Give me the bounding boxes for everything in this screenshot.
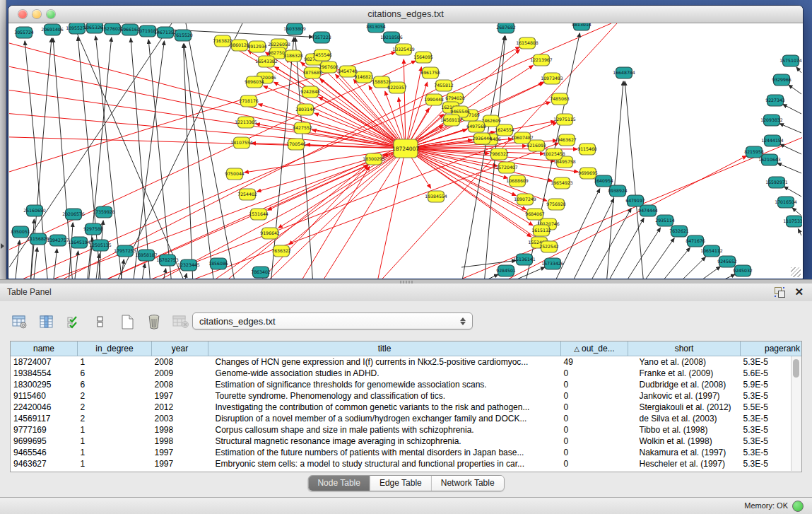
column-header-pagerank[interactable]: pagerank bbox=[741, 341, 803, 356]
cell-year: 2009 bbox=[152, 368, 208, 379]
new-column-button[interactable] bbox=[117, 313, 137, 331]
cell-name: 9465546 bbox=[11, 447, 78, 458]
column-header-name[interactable]: name bbox=[11, 341, 78, 356]
table-mode-button[interactable] bbox=[10, 313, 30, 331]
graph-node-label: 13942757 bbox=[47, 238, 69, 243]
select-all-columns-button[interactable] bbox=[64, 313, 83, 331]
graph-node-label: 12975115 bbox=[553, 117, 576, 122]
table-row[interactable]: 946362711997Embryonic stem cells: a mode… bbox=[11, 458, 802, 469]
panel-collapse-handle-icon[interactable] bbox=[1, 243, 4, 249]
cell-year: 1998 bbox=[152, 436, 208, 447]
attribute-table: namein_degreeyeartitle△out_de...shortpag… bbox=[11, 341, 802, 469]
graph-node-label: 15751074 bbox=[779, 58, 802, 63]
table-row[interactable]: 1938455462009Genome-wide association stu… bbox=[11, 368, 802, 379]
graph-node-label: 7254402 bbox=[237, 192, 257, 197]
table-selector-combobox[interactable]: citations_edges.txt bbox=[192, 313, 473, 329]
graph-node-label: 10025458 bbox=[543, 151, 565, 156]
scrollbar-thumb[interactable] bbox=[793, 359, 799, 378]
graph-node-label: 11156829 bbox=[27, 236, 49, 241]
table-row[interactable]: 969969511998Structural magnetic resonanc… bbox=[11, 436, 802, 447]
network-canvas[interactable]: 1872400730557242069140618955274106532671… bbox=[9, 23, 802, 279]
column-header-indegree[interactable]: in_degree bbox=[78, 341, 152, 356]
cell-outdeg: 0 bbox=[561, 424, 628, 436]
graph-node-label: 17016504 bbox=[775, 199, 797, 204]
graph-node-label: 8471676 bbox=[686, 238, 705, 243]
graph-node-label: 2687682 bbox=[496, 25, 516, 30]
tab-node-table[interactable]: Node Table bbox=[308, 476, 370, 491]
cell-year: 1998 bbox=[152, 424, 208, 436]
column-visibility-button[interactable] bbox=[37, 313, 57, 331]
graph-node-label: 9474444 bbox=[638, 208, 658, 213]
window-titlebar[interactable]: citations_edges.txt bbox=[8, 6, 803, 23]
row-height-button[interactable] bbox=[90, 313, 110, 331]
close-panel-button[interactable]: ✕ bbox=[794, 286, 804, 298]
table-row[interactable]: 1830029562008Estimation of significance … bbox=[11, 379, 802, 390]
node-table: namein_degreeyeartitle△out_de...shortpag… bbox=[10, 341, 802, 472]
table-row[interactable]: 2242004622012Investigating the contribut… bbox=[11, 402, 802, 413]
graph-node-label: 9245652 bbox=[717, 259, 737, 264]
cell-title: Estimation of significance thresholds fo… bbox=[208, 379, 561, 390]
table-row[interactable]: 1872400712008Changes of HCN gene express… bbox=[11, 356, 802, 368]
graph-node-label: 9297588 bbox=[83, 226, 103, 231]
cell-year: 2003 bbox=[152, 413, 208, 424]
trash-icon bbox=[147, 314, 161, 329]
graph-node-label: 13325419 bbox=[392, 47, 415, 52]
graph-node-label: 3875685 bbox=[302, 70, 322, 75]
cell-outdeg: 0 bbox=[561, 390, 628, 402]
table-panel-header: Table Panel ✕ bbox=[0, 284, 812, 302]
graph-node-label: 7357223 bbox=[312, 35, 331, 40]
graph-node-label: 1640954 bbox=[594, 178, 613, 183]
graph-node-label: 9896034 bbox=[245, 79, 264, 84]
cell-indeg: 1 bbox=[78, 447, 152, 458]
graph-node-label: 12093832 bbox=[760, 117, 783, 122]
cell-short: Nakamura et al. (1997) bbox=[628, 447, 741, 458]
table-toolbar: f(x) bbox=[10, 311, 218, 332]
graph-node-label: 2935114 bbox=[655, 218, 675, 223]
graph-node-label: 8454749 bbox=[338, 69, 358, 74]
column-header-title[interactable]: title bbox=[208, 341, 561, 356]
graph-node-label: 9146821 bbox=[354, 74, 374, 79]
graph-node-label: 8350051 bbox=[11, 229, 30, 234]
cell-outdeg: 0 bbox=[561, 436, 628, 447]
table-column-icon bbox=[40, 315, 54, 329]
cell-year: 2012 bbox=[152, 402, 208, 413]
delete-column-button[interactable] bbox=[144, 313, 164, 331]
graph-node-label: 16648784 bbox=[613, 70, 635, 75]
table-panel-title: Table Panel bbox=[7, 287, 52, 297]
desktop-background: citations_edges.txt 18724007305572420691… bbox=[0, 0, 812, 281]
graph-node-label: 10973493 bbox=[541, 76, 563, 81]
graph-node-label: 11645194 bbox=[68, 240, 90, 245]
cell-outdeg: 0 bbox=[561, 458, 628, 469]
graph-node-label: 16958187 bbox=[135, 252, 158, 257]
table-row[interactable]: 1456911722003Disruption of a novel membe… bbox=[11, 413, 802, 424]
graph-node-label: 14569117 bbox=[440, 117, 463, 122]
table-vertical-scrollbar[interactable] bbox=[791, 356, 801, 471]
memory-ok-indicator-icon bbox=[792, 501, 804, 512]
column-header-year[interactable]: year bbox=[152, 341, 208, 356]
table-row[interactable]: 977716911998Corpus callosum shape and si… bbox=[11, 424, 802, 436]
delete-table-button-disabled bbox=[171, 313, 191, 331]
graph-node-label: 18107554 bbox=[230, 140, 253, 145]
cell-title: Genome-wide association studies in ADHD. bbox=[208, 368, 561, 379]
graph-node-label: 20206576 bbox=[62, 211, 85, 216]
cell-outdeg: 0 bbox=[561, 379, 628, 390]
cell-short: Jankovic et al. (1997) bbox=[628, 390, 741, 402]
graph-node-label: 18724007 bbox=[392, 146, 419, 152]
column-header-outde[interactable]: △out_de... bbox=[561, 341, 628, 356]
graph-node-label: 17359928 bbox=[93, 209, 115, 214]
graph-node-label: 9329966 bbox=[772, 77, 792, 82]
table-row[interactable]: 946554611997Estimation of the future num… bbox=[11, 447, 802, 458]
window-resize-grip-icon[interactable] bbox=[791, 267, 801, 277]
graph-node-label: 7632621 bbox=[669, 228, 689, 233]
tab-network-table[interactable]: Network Table bbox=[431, 476, 504, 491]
graph-node-label: 12213967 bbox=[530, 57, 553, 62]
float-panel-button[interactable] bbox=[775, 287, 785, 298]
graph-node-label: 7986322 bbox=[489, 151, 509, 156]
cell-name: 18300295 bbox=[11, 379, 78, 390]
graph-node-label: 8427552 bbox=[293, 125, 312, 130]
graph-node-label: 6961758 bbox=[420, 70, 440, 75]
graph-node-label: 7863402 bbox=[251, 269, 271, 274]
column-header-short[interactable]: short bbox=[628, 341, 741, 356]
table-row[interactable]: 911546021997Tourette syndrome. Phenomeno… bbox=[11, 390, 802, 402]
tab-edge-table[interactable]: Edge Table bbox=[370, 476, 431, 491]
